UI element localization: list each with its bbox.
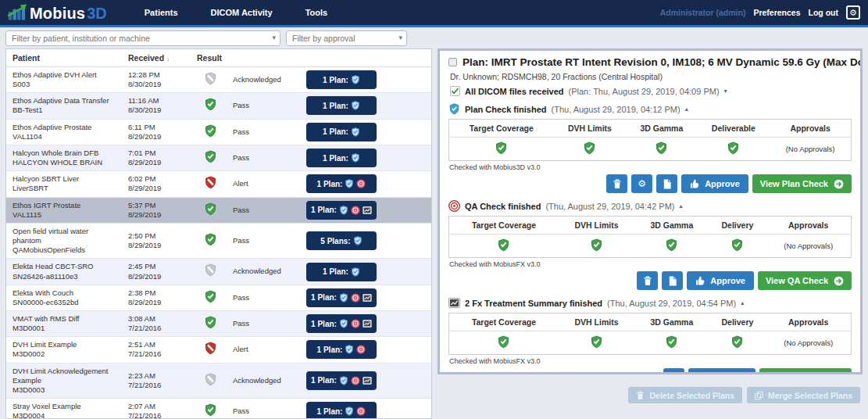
plan-button-label: 1 Plan: (311, 206, 337, 214)
received-time: 6:02 PM (128, 174, 188, 184)
result-status-icon (205, 72, 216, 85)
plan-button[interactable]: 1 Plan: (306, 174, 377, 193)
column-patient[interactable]: Patient (6, 49, 122, 67)
delete-button[interactable] (606, 174, 627, 193)
plan-button[interactable]: 1 Plan: (306, 340, 377, 359)
logo-bar-chart-icon (8, 4, 28, 21)
patient-filter-input[interactable] (5, 30, 280, 46)
expand-arrow-icon[interactable]: ▾ (724, 88, 727, 95)
view-plan-check-button[interactable]: View Plan Check (752, 174, 852, 193)
approval-filter-input[interactable] (286, 30, 407, 46)
plan-button[interactable]: 1 Plan: (306, 70, 377, 89)
result-status-icon (205, 233, 216, 246)
collapse-arrow-icon[interactable]: ▴ (741, 299, 744, 306)
table-row[interactable]: Ethos Adaptive Data Transfer BB-Test1 11… (6, 93, 432, 119)
dicom-check-icon (450, 86, 460, 96)
table-row[interactable]: Halcyon Whole Brain DFB HALCYON WHOLE BR… (6, 145, 432, 170)
approvals-status: (No Approvals) (766, 235, 851, 258)
settings-button[interactable]: ⚙ (631, 174, 652, 193)
dicom-status-line[interactable]: All DICOM files received (Plan: Thu, Aug… (450, 86, 852, 96)
approve-button[interactable]: Approve (688, 368, 755, 374)
merge-selected-plans-button[interactable]: Merge Selected Plans (747, 387, 860, 403)
received-time: 5:37 PM (128, 201, 188, 210)
table-row[interactable]: Open field virtual water phantom QAMobiu… (6, 223, 432, 258)
sort-descending-icon: ↓ (166, 55, 170, 63)
plan-button[interactable]: 1 Plan: (306, 314, 377, 333)
mobius3d-logo[interactable]: Mobius3D (8, 4, 107, 21)
table-row[interactable]: Ethos Adaptive Prostate VAL1104 6:11 PM … (6, 119, 432, 145)
summary-chart-icon (363, 206, 372, 215)
pass-shield-icon (666, 238, 677, 252)
menu-tools[interactable]: Tools (305, 8, 328, 17)
treatment-summary-section: 2 Fx Treatment Summary finished (Thu, Au… (448, 297, 852, 374)
collapse-arrow-icon[interactable]: ▴ (685, 106, 688, 113)
plan-button[interactable]: 1 Plan: (306, 149, 377, 167)
table-row[interactable]: DVH Limit Acknowledgement Example M3D000… (6, 363, 432, 398)
column-result[interactable]: Result (191, 49, 302, 67)
pass-shield-icon (498, 335, 509, 349)
plan-button[interactable]: 5 Plans: (306, 231, 377, 250)
patient-name: Open field virtual water phantom (13, 227, 119, 245)
received-date: 8/29/2019 (128, 210, 188, 220)
document-button[interactable] (656, 174, 677, 193)
plan-button-label: 1 Plan: (323, 154, 348, 163)
menu-patients[interactable]: Patients (145, 8, 178, 17)
table-row[interactable]: Elekta With Couch SN00000-ec6352bd 2:38 … (6, 285, 432, 310)
delete-selected-plans-button[interactable]: Delete Selected Plans (628, 387, 742, 403)
table-row[interactable]: Elekta Head CBCT-SRO SN26426-a81110e3 2:… (6, 259, 432, 285)
plan-button[interactable]: 1 Plan: (306, 96, 377, 115)
result-status-label: Acknowledged (227, 259, 302, 285)
plan-button[interactable]: 1 Plan: (306, 201, 377, 220)
plan-button-label: 1 Plan: (323, 127, 348, 136)
result-status-label: Acknowledged (227, 67, 302, 93)
view-qa-check-button[interactable]: View QA Check (758, 271, 852, 290)
collapse-arrow-icon[interactable]: ▴ (680, 202, 683, 210)
plan-button[interactable]: 1 Plan: (306, 288, 377, 307)
table-row[interactable]: DVH Limit Example M3D0002 2:51 AM 7/21/2… (6, 337, 432, 363)
treatment-summary-results-table: Target Coverage DVH Limits 3D Gamma Deli… (448, 313, 852, 355)
table-row[interactable]: VMAT with RMS Diff M3D0001 3:08 AM 7/21/… (6, 310, 432, 336)
document-button[interactable] (663, 368, 684, 374)
qa-target-icon (351, 293, 360, 303)
result-status-icon (205, 403, 216, 417)
table-row[interactable]: Stray Voxel Example M3D0004 2:07 AM 7/21… (6, 399, 432, 419)
plan-shield-icon (353, 236, 363, 245)
delete-button[interactable] (637, 271, 658, 290)
received-date: 7/21/2016 (128, 411, 188, 419)
received-date: 7/21/2016 (128, 349, 188, 359)
table-row[interactable]: Ethos Adaptive DVH Alert S003 12:28 PM 8… (6, 67, 432, 93)
logout-link[interactable]: Log out (809, 8, 838, 17)
user-account-link[interactable]: Administrator (admin) (660, 8, 746, 17)
patient-id: BB-Test1 (13, 106, 119, 115)
plan-shield-icon (339, 319, 348, 328)
main-menu: Patients DICOM Activity Tools (145, 8, 327, 17)
table-row[interactable]: Ethos IGRT Prostate VAL1115 5:37 PM 8/29… (6, 197, 432, 223)
plan-button-label: 1 Plan: (311, 293, 337, 302)
plan-button[interactable]: 1 Plan: (306, 402, 377, 419)
settings-gear-icon[interactable]: ⚙ (846, 5, 860, 20)
menu-dicom-activity[interactable]: DICOM Activity (211, 8, 273, 17)
document-button[interactable] (662, 271, 683, 290)
patient-name: Ethos IGRT Prostate (13, 201, 119, 210)
col-deliverable: Deliverable (697, 120, 770, 138)
plan-button[interactable]: 1 Plan: (306, 371, 377, 390)
plan-button[interactable]: 1 Plan: (306, 263, 377, 281)
patient-id: VAL1104 (13, 132, 119, 141)
preferences-link[interactable]: Preferences (753, 8, 800, 17)
plan-check-section: Plan Check finished (Thu, August 29, 201… (448, 103, 852, 193)
approve-button[interactable]: Approve (687, 271, 754, 290)
received-date: 8/30/2019 (128, 106, 188, 115)
column-received[interactable]: Received ↓ (122, 49, 191, 67)
approve-button[interactable]: Approve (681, 174, 748, 193)
summary-chart-icon (448, 297, 460, 309)
received-date: 8/29/2019 (128, 158, 188, 167)
view-summary-button[interactable]: View Summary (759, 368, 852, 374)
table-row[interactable]: Halcyon SBRT Liver LiverSBRT 6:02 PM 8/2… (6, 171, 432, 197)
plan-button[interactable]: 1 Plan: (306, 123, 377, 141)
plan-select-checkbox[interactable] (448, 58, 457, 66)
result-status-icon (205, 290, 216, 303)
result-status-icon (205, 176, 216, 189)
arrow-circle-icon (834, 179, 844, 189)
patient-name: DVH Limit Acknowledgement Example (13, 367, 119, 385)
section-timestamp: (Thu, August 29, 2019, 04:42 PM) (545, 202, 674, 211)
